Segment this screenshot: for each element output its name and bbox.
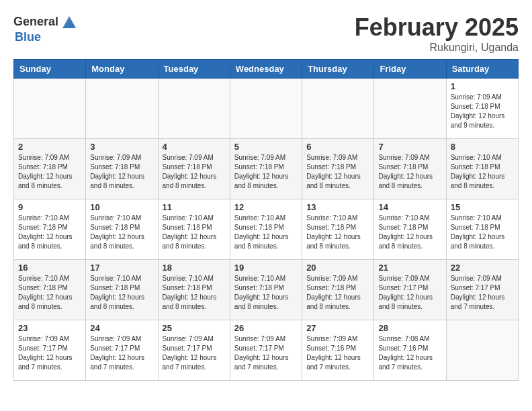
day-info: Sunrise: 7:10 AM Sunset: 7:18 PM Dayligh… bbox=[163, 214, 226, 251]
calendar-cell: 15Sunrise: 7:10 AM Sunset: 7:18 PM Dayli… bbox=[446, 199, 518, 260]
day-info: Sunrise: 7:09 AM Sunset: 7:17 PM Dayligh… bbox=[18, 334, 81, 372]
calendar-cell: 17Sunrise: 7:10 AM Sunset: 7:18 PM Dayli… bbox=[86, 260, 158, 320]
day-number: 18 bbox=[163, 263, 226, 273]
calendar-cell: 28Sunrise: 7:08 AM Sunset: 7:16 PM Dayli… bbox=[374, 320, 446, 381]
day-info: Sunrise: 7:09 AM Sunset: 7:18 PM Dayligh… bbox=[18, 153, 81, 191]
week-row-4: 16Sunrise: 7:10 AM Sunset: 7:18 PM Dayli… bbox=[14, 260, 519, 320]
day-number: 15 bbox=[451, 202, 514, 212]
calendar-cell bbox=[302, 79, 374, 139]
location: Rukungiri, Uganda bbox=[355, 42, 519, 54]
day-info: Sunrise: 7:09 AM Sunset: 7:16 PM Dayligh… bbox=[306, 334, 369, 372]
day-info: Sunrise: 7:09 AM Sunset: 7:18 PM Dayligh… bbox=[451, 93, 514, 130]
calendar-cell: 14Sunrise: 7:10 AM Sunset: 7:18 PM Dayli… bbox=[374, 199, 446, 260]
day-number: 23 bbox=[18, 323, 81, 333]
day-number: 27 bbox=[306, 323, 369, 333]
day-number: 8 bbox=[451, 142, 514, 152]
day-number: 28 bbox=[378, 323, 441, 333]
day-number: 7 bbox=[378, 142, 441, 152]
col-header-tuesday: Tuesday bbox=[158, 60, 230, 79]
calendar-cell: 2Sunrise: 7:09 AM Sunset: 7:18 PM Daylig… bbox=[14, 139, 86, 199]
logo-general-text: General bbox=[13, 15, 58, 29]
day-number: 12 bbox=[234, 202, 298, 212]
day-number: 6 bbox=[306, 142, 369, 152]
day-number: 19 bbox=[234, 263, 298, 273]
day-info: Sunrise: 7:10 AM Sunset: 7:18 PM Dayligh… bbox=[451, 214, 514, 251]
day-number: 25 bbox=[163, 323, 226, 333]
calendar-cell bbox=[374, 79, 446, 139]
calendar-cell bbox=[158, 79, 230, 139]
day-info: Sunrise: 7:10 AM Sunset: 7:18 PM Dayligh… bbox=[306, 214, 369, 251]
col-header-friday: Friday bbox=[374, 60, 446, 79]
day-number: 21 bbox=[378, 263, 441, 273]
day-info: Sunrise: 7:09 AM Sunset: 7:18 PM Dayligh… bbox=[234, 153, 298, 191]
month-title: February 2025 bbox=[355, 13, 519, 42]
col-header-thursday: Thursday bbox=[302, 60, 374, 79]
calendar-cell: 16Sunrise: 7:10 AM Sunset: 7:18 PM Dayli… bbox=[14, 260, 86, 320]
calendar-cell: 5Sunrise: 7:09 AM Sunset: 7:18 PM Daylig… bbox=[230, 139, 302, 199]
calendar-cell: 22Sunrise: 7:09 AM Sunset: 7:17 PM Dayli… bbox=[446, 260, 518, 320]
page-header: General Blue February 2025 Rukungiri, Ug… bbox=[13, 13, 519, 54]
day-info: Sunrise: 7:10 AM Sunset: 7:18 PM Dayligh… bbox=[234, 274, 298, 312]
calendar-cell: 12Sunrise: 7:10 AM Sunset: 7:18 PM Dayli… bbox=[230, 199, 302, 260]
calendar-cell: 6Sunrise: 7:09 AM Sunset: 7:18 PM Daylig… bbox=[302, 139, 374, 199]
calendar-cell: 18Sunrise: 7:10 AM Sunset: 7:18 PM Dayli… bbox=[158, 260, 230, 320]
day-info: Sunrise: 7:09 AM Sunset: 7:18 PM Dayligh… bbox=[163, 153, 226, 191]
calendar-cell: 13Sunrise: 7:10 AM Sunset: 7:18 PM Dayli… bbox=[302, 199, 374, 260]
day-number: 3 bbox=[90, 142, 153, 152]
day-info: Sunrise: 7:09 AM Sunset: 7:17 PM Dayligh… bbox=[90, 334, 153, 372]
day-info: Sunrise: 7:09 AM Sunset: 7:17 PM Dayligh… bbox=[378, 274, 441, 312]
day-info: Sunrise: 7:10 AM Sunset: 7:18 PM Dayligh… bbox=[378, 214, 441, 251]
calendar-cell: 11Sunrise: 7:10 AM Sunset: 7:18 PM Dayli… bbox=[158, 199, 230, 260]
day-number: 5 bbox=[234, 142, 298, 152]
week-row-3: 9Sunrise: 7:10 AM Sunset: 7:18 PM Daylig… bbox=[14, 199, 519, 260]
logo: General Blue bbox=[13, 13, 78, 44]
calendar-cell: 10Sunrise: 7:10 AM Sunset: 7:18 PM Dayli… bbox=[86, 199, 158, 260]
week-row-5: 23Sunrise: 7:09 AM Sunset: 7:17 PM Dayli… bbox=[14, 320, 519, 381]
calendar-table: SundayMondayTuesdayWednesdayThursdayFrid… bbox=[13, 59, 519, 381]
calendar-cell: 4Sunrise: 7:09 AM Sunset: 7:18 PM Daylig… bbox=[158, 139, 230, 199]
week-row-1: 1Sunrise: 7:09 AM Sunset: 7:18 PM Daylig… bbox=[14, 79, 519, 139]
calendar-cell bbox=[230, 79, 302, 139]
day-info: Sunrise: 7:09 AM Sunset: 7:18 PM Dayligh… bbox=[306, 153, 369, 191]
calendar-cell: 20Sunrise: 7:09 AM Sunset: 7:18 PM Dayli… bbox=[302, 260, 374, 320]
day-info: Sunrise: 7:09 AM Sunset: 7:17 PM Dayligh… bbox=[163, 334, 226, 372]
calendar-header-row: SundayMondayTuesdayWednesdayThursdayFrid… bbox=[14, 60, 519, 79]
calendar-cell: 25Sunrise: 7:09 AM Sunset: 7:17 PM Dayli… bbox=[158, 320, 230, 381]
day-info: Sunrise: 7:09 AM Sunset: 7:18 PM Dayligh… bbox=[378, 153, 441, 191]
day-number: 11 bbox=[163, 202, 226, 212]
day-number: 1 bbox=[451, 81, 514, 91]
day-info: Sunrise: 7:09 AM Sunset: 7:17 PM Dayligh… bbox=[451, 274, 514, 312]
day-number: 17 bbox=[90, 263, 153, 273]
day-number: 22 bbox=[451, 263, 514, 273]
week-row-2: 2Sunrise: 7:09 AM Sunset: 7:18 PM Daylig… bbox=[14, 139, 519, 199]
col-header-monday: Monday bbox=[86, 60, 158, 79]
col-header-saturday: Saturday bbox=[446, 60, 518, 79]
day-number: 4 bbox=[163, 142, 226, 152]
day-number: 2 bbox=[18, 142, 81, 152]
day-info: Sunrise: 7:10 AM Sunset: 7:18 PM Dayligh… bbox=[90, 214, 153, 251]
title-block: February 2025 Rukungiri, Uganda bbox=[355, 13, 519, 54]
day-number: 16 bbox=[18, 263, 81, 273]
calendar-cell: 8Sunrise: 7:10 AM Sunset: 7:18 PM Daylig… bbox=[446, 139, 518, 199]
day-number: 9 bbox=[18, 202, 81, 212]
calendar-cell: 9Sunrise: 7:10 AM Sunset: 7:18 PM Daylig… bbox=[14, 199, 86, 260]
day-number: 10 bbox=[90, 202, 153, 212]
day-number: 14 bbox=[378, 202, 441, 212]
day-number: 20 bbox=[306, 263, 369, 273]
calendar-cell: 26Sunrise: 7:09 AM Sunset: 7:17 PM Dayli… bbox=[230, 320, 302, 381]
logo-blue-text: Blue bbox=[15, 31, 78, 44]
day-info: Sunrise: 7:09 AM Sunset: 7:17 PM Dayligh… bbox=[234, 334, 298, 372]
calendar-cell: 21Sunrise: 7:09 AM Sunset: 7:17 PM Dayli… bbox=[374, 260, 446, 320]
day-info: Sunrise: 7:10 AM Sunset: 7:18 PM Dayligh… bbox=[163, 274, 226, 312]
day-info: Sunrise: 7:10 AM Sunset: 7:18 PM Dayligh… bbox=[451, 153, 514, 191]
calendar-cell: 19Sunrise: 7:10 AM Sunset: 7:18 PM Dayli… bbox=[230, 260, 302, 320]
calendar-cell: 27Sunrise: 7:09 AM Sunset: 7:16 PM Dayli… bbox=[302, 320, 374, 381]
day-number: 24 bbox=[90, 323, 153, 333]
day-number: 26 bbox=[234, 323, 298, 333]
calendar-cell bbox=[446, 320, 518, 381]
calendar-cell: 7Sunrise: 7:09 AM Sunset: 7:18 PM Daylig… bbox=[374, 139, 446, 199]
day-info: Sunrise: 7:10 AM Sunset: 7:18 PM Dayligh… bbox=[234, 214, 298, 251]
day-info: Sunrise: 7:09 AM Sunset: 7:18 PM Dayligh… bbox=[306, 274, 369, 312]
day-info: Sunrise: 7:10 AM Sunset: 7:18 PM Dayligh… bbox=[18, 214, 81, 251]
day-info: Sunrise: 7:10 AM Sunset: 7:18 PM Dayligh… bbox=[90, 274, 153, 312]
